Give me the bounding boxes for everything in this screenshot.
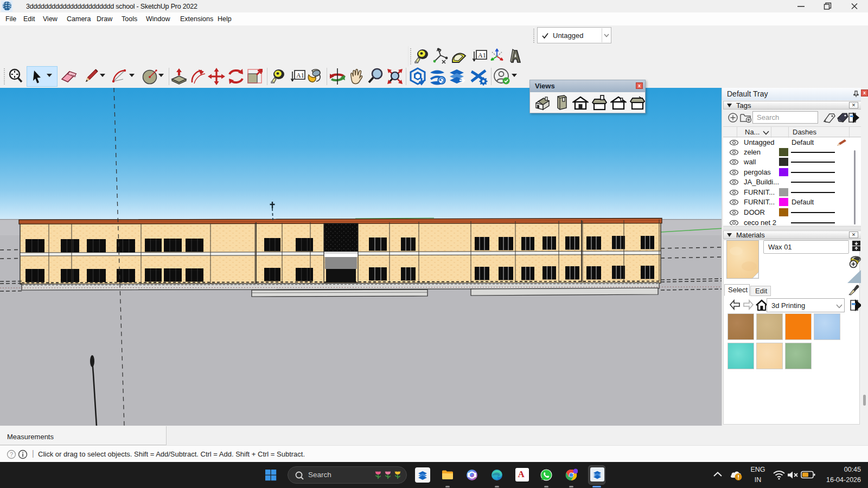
svg-text:?: ? bbox=[10, 451, 13, 458]
svg-text:A1: A1 bbox=[296, 72, 304, 79]
svg-text:A1: A1 bbox=[478, 52, 486, 59]
